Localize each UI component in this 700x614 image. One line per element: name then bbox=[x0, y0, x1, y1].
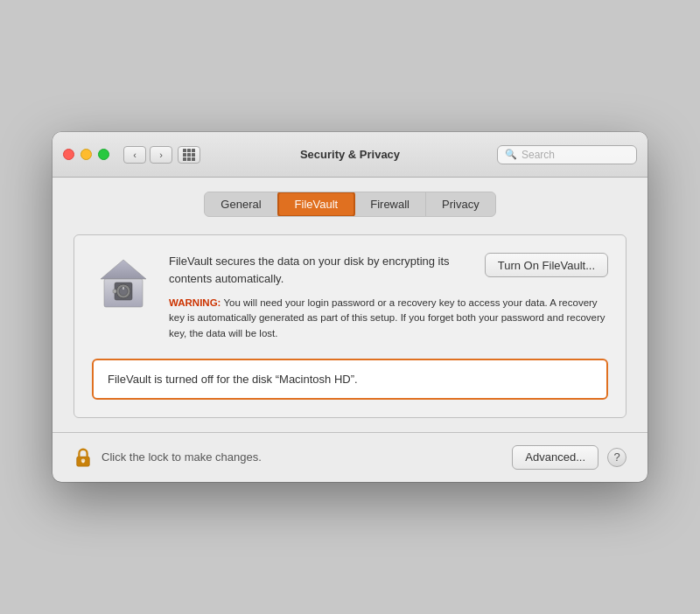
titlebar: ‹ › Security & Privacy 🔍 Search bbox=[52, 132, 648, 178]
minimize-button[interactable] bbox=[80, 149, 92, 160]
tab-privacy[interactable]: Privacy bbox=[426, 192, 495, 216]
tab-filevault[interactable]: FileVault bbox=[277, 192, 356, 217]
search-box[interactable]: 🔍 Search bbox=[497, 145, 637, 164]
grid-icon bbox=[183, 149, 195, 161]
bottom-bar: Click the lock to make changes. Advanced… bbox=[52, 432, 648, 482]
description-row: FileVault secures the data on your disk … bbox=[169, 253, 608, 287]
nav-buttons: ‹ › bbox=[123, 146, 172, 164]
filevault-description: FileVault secures the data on your disk … bbox=[169, 253, 485, 287]
filevault-icon-svg bbox=[95, 256, 151, 312]
maximize-button[interactable] bbox=[98, 149, 109, 160]
bottom-buttons: Advanced... ? bbox=[512, 445, 626, 470]
traffic-lights bbox=[63, 149, 109, 160]
lock-label: Click the lock to make changes. bbox=[102, 450, 262, 464]
grid-view-button[interactable] bbox=[178, 146, 200, 164]
filevault-icon bbox=[92, 253, 155, 316]
filevault-status-box: FileVault is turned off for the disk “Ma… bbox=[92, 359, 608, 400]
filevault-status-text: FileVault is turned off for the disk “Ma… bbox=[108, 373, 358, 386]
warning-body: You will need your login password or a r… bbox=[169, 297, 606, 338]
system-preferences-window: ‹ › Security & Privacy 🔍 Search General … bbox=[52, 132, 648, 482]
svg-rect-6 bbox=[113, 290, 116, 293]
content-area: General FileVault Firewall Privacy bbox=[52, 178, 648, 418]
search-placeholder-text: Search bbox=[522, 149, 555, 161]
turn-on-filevault-button[interactable]: Turn On FileVault... bbox=[485, 253, 608, 277]
window-title: Security & Privacy bbox=[300, 148, 400, 161]
lock-icon[interactable] bbox=[74, 447, 93, 468]
close-button[interactable] bbox=[63, 149, 74, 160]
forward-button[interactable]: › bbox=[150, 146, 172, 164]
warning-text: WARNING: You will need your login passwo… bbox=[169, 296, 608, 341]
description-area: FileVault secures the data on your disk … bbox=[169, 253, 608, 341]
svg-rect-9 bbox=[82, 461, 84, 464]
tab-bar: General FileVault Firewall Privacy bbox=[204, 192, 495, 217]
help-button[interactable]: ? bbox=[607, 448, 626, 467]
tab-general[interactable]: General bbox=[205, 192, 277, 216]
advanced-button[interactable]: Advanced... bbox=[512, 445, 598, 470]
tab-firewall[interactable]: Firewall bbox=[354, 192, 426, 216]
warning-label: WARNING: bbox=[169, 297, 220, 308]
svg-marker-0 bbox=[101, 260, 146, 279]
search-icon: 🔍 bbox=[505, 149, 517, 160]
filevault-panel: FileVault secures the data on your disk … bbox=[74, 234, 626, 418]
panel-top: FileVault secures the data on your disk … bbox=[92, 253, 608, 341]
back-button[interactable]: ‹ bbox=[123, 146, 146, 164]
